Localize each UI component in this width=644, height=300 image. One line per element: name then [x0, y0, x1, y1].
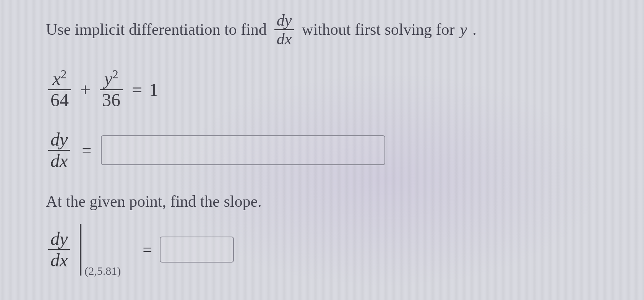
instruction-var-y: y	[460, 20, 467, 39]
question-panel: Use implicit differentiation to find dy …	[0, 0, 644, 287]
dx-denominator: dx	[48, 151, 70, 171]
term2-numerator: y2	[102, 69, 121, 89]
instruction-line: Use implicit differentiation to find dy …	[46, 11, 598, 48]
derivative-input[interactable]	[101, 135, 385, 165]
instruction-pre: Use implicit differentiation to find	[46, 20, 267, 39]
dy-numerator: dy	[48, 229, 70, 249]
term1-denominator: 64	[48, 90, 71, 110]
evaluation-point: (2,5.81)	[84, 264, 121, 277]
term2-denominator: 36	[100, 90, 123, 110]
term1-var: x	[53, 68, 61, 89]
slope-input[interactable]	[160, 237, 234, 263]
dy-numerator: dy	[274, 11, 294, 29]
dy-numerator: dy	[48, 130, 70, 150]
instruction-post: without first solving for	[302, 20, 454, 39]
slope-answer-row: dy dx (2,5.81) =	[46, 224, 598, 276]
dx-denominator: dx	[274, 30, 294, 48]
instruction-period: .	[472, 20, 477, 39]
slope-instruction: At the given point, find the slope.	[46, 192, 598, 211]
equals-sign: =	[143, 240, 152, 259]
term1-exp: 2	[61, 68, 67, 81]
plus-sign: +	[80, 79, 91, 100]
rhs-one: 1	[149, 79, 158, 100]
dy-dx-fraction: dy dx	[274, 11, 294, 48]
term2-var: y	[104, 68, 112, 89]
equals-sign: =	[132, 79, 142, 100]
term2-fraction: y2 36	[100, 69, 123, 110]
dy-dx-lhs: dy dx	[48, 130, 70, 171]
term1-fraction: x2 64	[48, 69, 71, 110]
dx-denominator: dx	[48, 250, 70, 271]
derivative-answer-row: dy dx =	[46, 130, 598, 171]
equals-sign: =	[82, 141, 91, 160]
term2-exp: 2	[112, 68, 118, 81]
evaluation-bar: (2,5.81)	[80, 224, 81, 276]
term1-numerator: x2	[50, 69, 69, 89]
given-equation: x2 64 + y2 36 = 1	[46, 69, 598, 110]
dy-dx-lhs-2: dy dx	[48, 229, 70, 271]
